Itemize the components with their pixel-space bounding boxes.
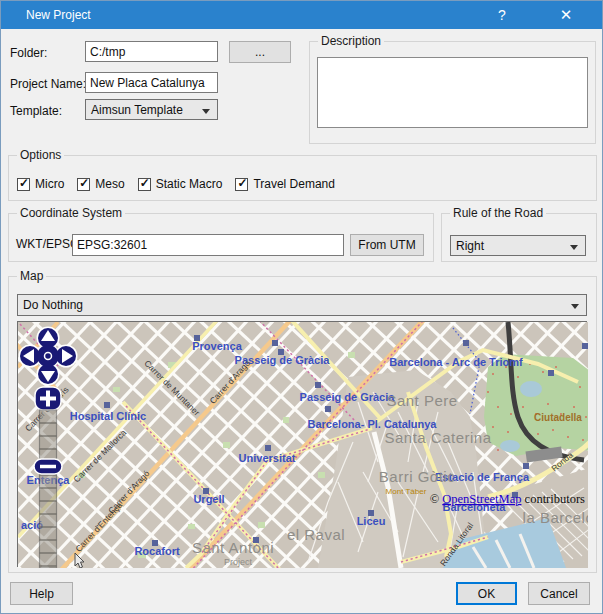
rule-of-road-group-label: Rule of the Road: [450, 206, 546, 220]
zoom-slider-track[interactable]: [40, 410, 57, 568]
map-label: Provença: [192, 340, 242, 352]
checkbox-label: Meso: [95, 177, 124, 191]
map-label: el Raval: [287, 526, 345, 543]
description-group-label: Description: [318, 34, 384, 48]
project-name-label: Project Name:: [10, 77, 86, 91]
osm-attribution: © OpenStreetMap contributors: [430, 492, 585, 506]
close-icon[interactable]: ✕: [544, 1, 588, 29]
chevron-down-icon: [202, 109, 210, 114]
check-icon: ✓: [79, 176, 89, 190]
folder-label: Folder:: [10, 46, 47, 60]
checkbox-label: Static Macro: [156, 177, 223, 191]
checkbox-box[interactable]: ✓: [77, 178, 90, 191]
map-canvas[interactable]: ProvençaPasseig de GràciaBarcelona - Arc…: [17, 321, 587, 567]
map-label: Liceu: [357, 515, 386, 527]
checkbox-label: Micro: [35, 177, 64, 191]
openstreetmap-link[interactable]: OpenStreetMap: [442, 492, 521, 506]
folder-input[interactable]: [85, 41, 218, 62]
map-label: Hospital Clínic: [70, 410, 146, 422]
titlebar[interactable]: New Project ? ✕: [1, 1, 602, 29]
description-group: Description: [309, 41, 596, 144]
chevron-down-icon: [570, 245, 578, 250]
map-label: Ciutadella: [534, 412, 582, 423]
ok-button[interactable]: OK: [456, 582, 517, 605]
checkbox-travel-demand[interactable]: ✓ Travel Demand: [235, 177, 335, 191]
map-label: Sant Pere: [386, 392, 457, 409]
project-name-input[interactable]: [85, 72, 218, 93]
options-checkbox-row: ✓ Micro ✓ Meso ✓ Static Macro ✓ Travel D…: [17, 177, 335, 191]
browse-button[interactable]: ...: [229, 41, 291, 63]
check-icon: ✓: [140, 176, 150, 190]
checkbox-meso[interactable]: ✓ Meso: [77, 177, 124, 191]
template-label: Template:: [10, 104, 62, 118]
map-label: Urgell: [193, 493, 224, 505]
cancel-button[interactable]: Cancel: [528, 582, 590, 605]
help-button[interactable]: Help: [10, 582, 73, 605]
checkbox-box[interactable]: ✓: [235, 178, 248, 191]
coordinate-system-group-label: Coordinate System: [17, 206, 125, 220]
rule-of-road-value: Right: [456, 239, 484, 253]
checkbox-static-macro[interactable]: ✓ Static Macro: [138, 177, 223, 191]
help-icon[interactable]: ?: [480, 1, 524, 29]
checkbox-micro[interactable]: ✓ Micro: [17, 177, 64, 191]
zoom-slider-handle[interactable]: [34, 459, 62, 474]
map-label: Mont Tàber: [386, 487, 427, 496]
chevron-down-icon: [571, 304, 579, 309]
rule-of-road-combobox[interactable]: Right: [450, 235, 586, 256]
map-group-label: Map: [17, 269, 46, 283]
wkt-epsg-input[interactable]: [72, 234, 344, 256]
checkbox-box[interactable]: ✓: [17, 178, 30, 191]
map-label: la Barceloneta: [523, 509, 588, 526]
window-title: New Project: [26, 8, 91, 22]
check-icon: ✓: [19, 176, 29, 190]
checkbox-box[interactable]: ✓: [138, 178, 151, 191]
map-label: Sant Antoni: [192, 539, 274, 556]
template-value: Aimsun Template: [91, 103, 183, 117]
rule-of-road-group: Rule of the Road Right: [441, 213, 597, 262]
coordinate-system-group: Coordinate System WKT/EPSG: From UTM: [8, 213, 434, 262]
checkbox-label: Travel Demand: [253, 177, 335, 191]
map-label: Project: [224, 557, 253, 567]
options-group-label: Options: [17, 148, 64, 162]
map-label: Barri Gòtic: [379, 468, 455, 485]
map-action-value: Do Nothing: [23, 298, 83, 312]
from-utm-button[interactable]: From UTM: [350, 234, 424, 256]
check-icon: ✓: [237, 176, 247, 190]
map-label: Rocafort: [134, 545, 180, 557]
zoom-in-button[interactable]: [35, 387, 61, 410]
description-textarea[interactable]: [317, 57, 588, 128]
map-label: Santa Caterina: [384, 429, 491, 446]
map-label: Barcelona - Arc de Triomf: [389, 356, 523, 368]
map-label: Universitat: [239, 452, 296, 464]
map-action-combobox[interactable]: Do Nothing: [17, 294, 587, 316]
openstreetmap-view[interactable]: ProvençaPasseig de GràciaBarcelona - Arc…: [18, 322, 588, 568]
map-label: Passeig de Gràcia: [300, 391, 396, 403]
new-project-dialog: New Project ? ✕ Folder: ... Project Name…: [0, 0, 603, 614]
template-combobox[interactable]: Aimsun Template: [85, 99, 218, 120]
